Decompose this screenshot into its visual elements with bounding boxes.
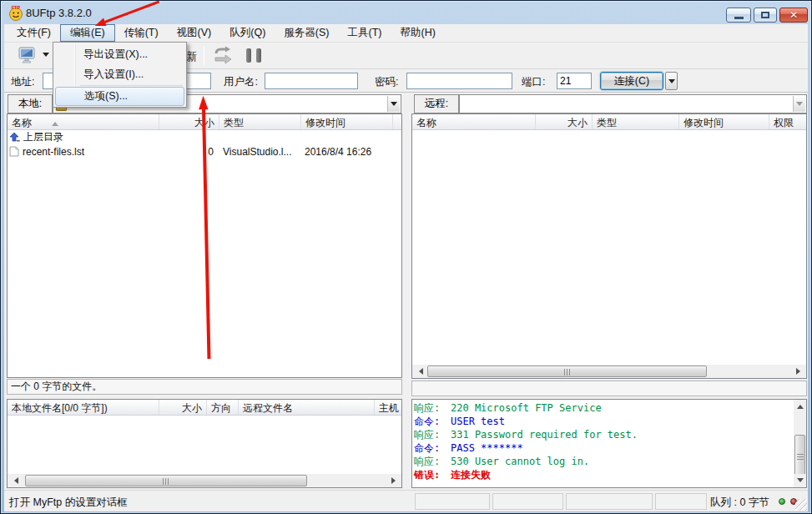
local-list-header: 名称 大小 类型 修改时间 — [8, 114, 401, 130]
col-type[interactable]: 类型 — [219, 114, 301, 129]
menu-help[interactable]: 帮助(H) — [391, 24, 444, 42]
scroll-right-icon[interactable] — [388, 474, 401, 487]
col-direction[interactable]: 方向 — [207, 400, 239, 415]
remote-list-header: 名称 大小 类型 修改时间 权限 — [412, 114, 806, 130]
window-title: 8UFtp 3.8.2.0 — [26, 7, 92, 19]
minimize-button[interactable] — [726, 8, 751, 23]
status-bar: 打开 MyFtp 的设置对话框 队列 : 0 字节 — [4, 490, 808, 511]
col-local-filename[interactable]: 本地文件名[0/0 字节]) — [8, 400, 159, 415]
resize-grip[interactable] — [795, 499, 807, 511]
menu-bar: 文件(F) 编辑(E) 传输(T) 视图(V) 队列(Q) 服务器(S) 工具(… — [4, 24, 808, 43]
col-remote-filename[interactable]: 远程文件名 — [239, 400, 375, 415]
toolbar-separator — [204, 46, 204, 65]
pause-button[interactable] — [246, 48, 261, 63]
scroll-thumb[interactable] — [427, 365, 707, 377]
queue-header: 本地文件名[0/0 字节]) 大小 方向 远程文件名 主机 — [8, 400, 401, 416]
col-permissions[interactable]: 权限 — [769, 114, 806, 129]
transfer-queue-button[interactable] — [211, 46, 235, 69]
col-name[interactable]: 名称 — [8, 114, 159, 129]
scroll-thumb[interactable] — [794, 435, 805, 476]
connect-options-dropdown[interactable] — [665, 72, 678, 90]
status-cell — [492, 493, 563, 510]
remote-path-combobox[interactable] — [459, 94, 807, 113]
app-logo-icon: FTP — [8, 4, 24, 21]
refresh-button[interactable]: 新 — [186, 49, 197, 64]
menu-edit[interactable]: 编辑(E) — [60, 24, 115, 42]
list-item-file[interactable]: recent-files.lst 0 VisualStudio.l... 201… — [8, 144, 401, 159]
transfer-arrows-icon — [211, 46, 235, 66]
computer-icon — [17, 46, 37, 65]
local-tab[interactable]: 本地: — [8, 94, 53, 113]
pause-icon — [246, 48, 251, 63]
close-icon: ✕ — [789, 10, 798, 20]
status-cell — [415, 493, 490, 510]
green-status-icon — [779, 498, 785, 505]
scroll-down-icon[interactable] — [794, 474, 806, 487]
col-size[interactable]: 大小 — [536, 114, 593, 129]
col-size[interactable]: 大小 — [159, 114, 219, 129]
svg-text:FTP: FTP — [12, 5, 21, 10]
menu-item-import-settings[interactable]: 导入设置(I)... — [55, 64, 184, 84]
menu-item-options[interactable]: 选项(S)... — [55, 87, 184, 106]
address-label: 地址: — [11, 75, 34, 89]
combo-arrow-button — [793, 96, 805, 112]
menu-queue[interactable]: 队列(Q) — [220, 24, 275, 42]
connect-button[interactable]: 连接(C) — [600, 72, 663, 90]
log-row: 命令:PASS ******* — [412, 441, 806, 455]
connect-dropdown-icon[interactable] — [43, 53, 49, 60]
queue-hscrollbar[interactable] — [8, 474, 401, 487]
menu-transfer[interactable]: 传输(T) — [115, 24, 168, 42]
col-modified[interactable]: 修改时间 — [301, 114, 393, 129]
sort-asc-icon — [52, 118, 58, 126]
scroll-left-icon[interactable] — [412, 365, 426, 378]
remote-status-strip — [411, 380, 807, 396]
log-row: 命令:USER test — [412, 415, 806, 428]
chevron-down-icon — [391, 102, 397, 109]
menu-file[interactable]: 文件(F) — [8, 24, 60, 42]
port-input[interactable] — [557, 73, 592, 89]
app-window: FTP 8UFtp 3.8.2.0 ✕ 文件(F) 编辑(E) 传输(T) 视图… — [0, 0, 812, 514]
port-label: 端口: — [522, 75, 545, 89]
chevron-down-icon — [796, 102, 803, 109]
remote-hscrollbar[interactable] — [412, 365, 806, 378]
log-vscrollbar[interactable] — [794, 400, 806, 487]
minimize-icon — [734, 17, 744, 19]
col-queue-size[interactable]: 大小 — [159, 400, 207, 415]
username-input[interactable] — [265, 73, 358, 89]
username-label: 用户名: — [224, 75, 258, 89]
status-cell — [566, 493, 653, 510]
file-icon — [9, 146, 19, 157]
local-file-list: 名称 大小 类型 修改时间 上层目录 — [7, 113, 402, 378]
menu-item-export-settings[interactable]: 导出设置(X)... — [55, 44, 184, 64]
col-modified[interactable]: 修改时间 — [679, 114, 769, 129]
col-type[interactable]: 类型 — [593, 114, 679, 129]
remote-tab[interactable]: 远程: — [414, 94, 459, 113]
queue-size-text: 队列 : 0 字节 — [710, 496, 769, 510]
combo-arrow-button[interactable] — [387, 96, 400, 112]
menu-server[interactable]: 服务器(S) — [275, 24, 338, 42]
scroll-up-icon[interactable] — [794, 400, 806, 413]
list-item-parent-dir[interactable]: 上层目录 — [8, 130, 401, 144]
edit-dropdown-menu: 导出设置(X)... 导入设置(I)... 选项(S)... — [53, 42, 187, 108]
log-row: 响应:220 Microsoft FTP Service — [412, 401, 806, 415]
menu-tools[interactable]: 工具(T) — [339, 24, 391, 42]
scroll-left-icon[interactable] — [8, 474, 21, 487]
col-name[interactable]: 名称 — [412, 114, 536, 129]
password-input[interactable] — [406, 73, 512, 89]
password-label: 密码: — [375, 75, 398, 89]
maximize-icon — [761, 12, 769, 18]
queue-panel: 本地文件名[0/0 字节]) 大小 方向 远程文件名 主机 — [7, 399, 402, 488]
close-button[interactable]: ✕ — [779, 8, 808, 23]
remote-file-list: 名称 大小 类型 修改时间 权限 — [411, 113, 807, 379]
title-bar[interactable]: FTP 8UFtp 3.8.2.0 ✕ — [1, 1, 811, 24]
up-directory-icon — [9, 132, 20, 143]
col-host[interactable]: 主机 — [375, 400, 401, 415]
connect-site-button[interactable] — [11, 44, 43, 67]
chevron-down-icon — [668, 79, 675, 87]
menu-view[interactable]: 视图(V) — [168, 24, 221, 42]
scroll-thumb[interactable] — [25, 475, 307, 486]
log-row: 响应:530 User cannot log in. — [412, 455, 806, 468]
log-row: 响应:331 Password required for test. — [412, 428, 806, 441]
scroll-right-icon[interactable] — [793, 365, 806, 378]
maximize-button[interactable] — [754, 8, 777, 23]
